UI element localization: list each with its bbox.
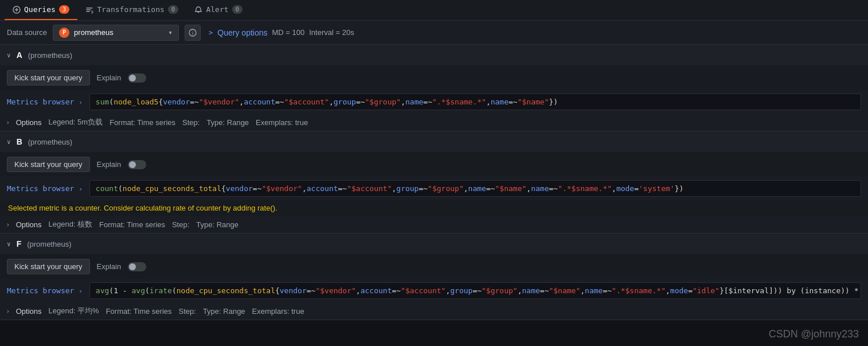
query-b-legend: Legend: 核数 <box>48 219 92 230</box>
query-f-exemplars: Exemplars: true <box>252 307 304 316</box>
query-a-format: Format: Time series <box>110 118 175 127</box>
query-options-expand-icon[interactable]: > <box>209 29 213 37</box>
query-b-code[interactable]: count(node_cpu_seconds_total{vendor=~"$v… <box>89 180 861 197</box>
query-f-collapse-icon[interactable]: ∨ <box>7 240 11 248</box>
query-f-code[interactable]: avg(1 - avg(irate(node_cpu_seconds_total… <box>89 282 861 299</box>
tab-queries-label: Queries <box>24 5 56 14</box>
query-f-type: Type: Range <box>203 307 245 316</box>
query-b-kick-row: Kick start your query Explain <box>0 152 868 177</box>
query-options-link[interactable]: Query options <box>217 28 267 37</box>
query-b-explain-toggle[interactable] <box>128 160 146 169</box>
query-f-options-expand-icon[interactable]: › <box>7 308 9 314</box>
query-f-options-label[interactable]: Options <box>16 307 42 316</box>
query-b-options-label[interactable]: Options <box>16 220 42 229</box>
query-f-explain-toggle[interactable] <box>128 262 146 271</box>
query-a-legend: Legend: 5m负载 <box>48 117 103 127</box>
info-icon: i <box>189 29 197 37</box>
query-a-metrics-link[interactable]: Metrics browser › <box>7 98 83 106</box>
query-md: MD = 100 <box>272 28 305 37</box>
alert-icon <box>194 6 202 14</box>
query-a-kick-button[interactable]: Kick start your query <box>7 70 90 85</box>
query-f-step: Step: <box>179 307 196 316</box>
query-section-a: ∨ A (prometheus) Kick start your query E… <box>0 45 868 131</box>
metrics-f-chevron-icon: › <box>79 287 83 295</box>
query-f-source: (prometheus) <box>27 240 71 248</box>
query-f-explain-label: Explain <box>97 262 122 271</box>
query-b-type: Type: Range <box>196 220 238 229</box>
query-f-letter: F <box>17 239 22 248</box>
query-f-avg1: avg <box>96 286 109 295</box>
datasource-select[interactable]: P prometheus ▾ <box>53 25 179 41</box>
query-b-step: Step: <box>172 220 189 229</box>
query-b-collapse-icon[interactable]: ∨ <box>7 138 11 146</box>
query-a-source: (prometheus) <box>28 51 72 60</box>
query-f-options-row: › Options Legend: 平均% Format: Time serie… <box>0 302 868 320</box>
query-a-options-row: › Options Legend: 5m负载 Format: Time seri… <box>0 114 868 131</box>
tab-transformations[interactable]: Transformations 0 <box>77 0 186 20</box>
datasource-info-button[interactable]: i <box>185 25 201 41</box>
query-b-metrics-link[interactable]: Metrics browser › <box>7 184 83 193</box>
query-b-metrics-row: Metrics browser › count(node_cpu_seconds… <box>0 177 868 200</box>
query-a-kick-row: Kick start your query Explain <box>0 65 868 90</box>
tab-alert-badge: 0 <box>232 5 243 14</box>
tab-transformations-label: Transformations <box>97 5 164 14</box>
query-header-b: ∨ B (prometheus) <box>0 131 868 152</box>
query-f-avg2: avg <box>131 286 144 295</box>
query-a-explain-label: Explain <box>97 73 122 82</box>
query-f-metrics-row: Metrics browser › avg(1 - avg(irate(node… <box>0 279 868 302</box>
query-header-a: ∨ A (prometheus) <box>0 45 868 65</box>
query-b-options-row: › Options Legend: 核数 Format: Time series… <box>0 216 868 233</box>
query-b-source: (prometheus) <box>28 138 72 146</box>
query-f-irate: irate <box>150 286 172 295</box>
query-a-options-label[interactable]: Options <box>16 118 42 127</box>
query-a-explain-toggle[interactable] <box>128 73 146 83</box>
query-a-step: Step: <box>182 118 200 127</box>
tab-alert[interactable]: Alert 0 <box>186 0 251 20</box>
watermark: CSDN @johnny233 <box>769 328 859 340</box>
prometheus-icon: P <box>59 28 69 38</box>
query-a-code[interactable]: sum(node_load5{vendor=~"$vendor",account… <box>89 94 861 110</box>
query-f-kick-row: Kick start your query Explain <box>0 254 868 279</box>
queries-icon <box>13 6 21 14</box>
query-f-kick-button[interactable]: Kick start your query <box>7 259 90 274</box>
tab-queries-badge: 3 <box>59 5 70 14</box>
query-header-f: ∨ F (prometheus) <box>0 234 868 254</box>
tab-bar: Queries 3 Transformations 0 Alert 0 <box>0 0 868 21</box>
query-f-format: Format: Time series <box>106 307 172 316</box>
query-a-func: sum <box>96 98 109 106</box>
query-b-func: count <box>96 184 118 193</box>
query-interval: Interval = 20s <box>309 28 354 37</box>
transformations-icon <box>85 6 93 14</box>
query-a-options-expand-icon[interactable]: › <box>7 119 9 126</box>
datasource-bar: Data source P prometheus ▾ i > Query opt… <box>0 21 868 45</box>
datasource-chevron-icon: ▾ <box>168 28 173 37</box>
query-a-exemplars: Exemplars: true <box>256 118 308 127</box>
metrics-b-chevron-icon: › <box>79 185 83 193</box>
query-section-b: ∨ B (prometheus) Kick start your query E… <box>0 131 868 234</box>
query-b-format: Format: Time series <box>99 220 165 229</box>
query-a-type: Type: Range <box>206 118 249 127</box>
query-a-letter: A <box>17 50 22 60</box>
query-f-metrics-link[interactable]: Metrics browser › <box>7 286 83 295</box>
datasource-name: prometheus <box>74 28 114 37</box>
datasource-label: Data source <box>7 28 47 37</box>
query-b-options-expand-icon[interactable]: › <box>7 221 9 228</box>
query-b-explain-label: Explain <box>97 160 122 169</box>
query-section-f: ∨ F (prometheus) Kick start your query E… <box>0 234 868 320</box>
query-a-collapse-icon[interactable]: ∨ <box>7 52 11 59</box>
tab-queries[interactable]: Queries 3 <box>5 0 77 20</box>
query-b-letter: B <box>17 137 22 146</box>
metrics-a-chevron-icon: › <box>79 99 83 106</box>
query-b-warning: Selected metric is a counter. Consider c… <box>0 200 868 216</box>
tab-alert-label: Alert <box>206 5 228 14</box>
query-b-kick-button[interactable]: Kick start your query <box>7 157 90 172</box>
svg-text:i: i <box>192 30 193 36</box>
query-f-legend: Legend: 平均% <box>48 306 99 316</box>
tab-transformations-badge: 0 <box>168 5 179 14</box>
query-a-metrics-row: Metrics browser › sum(node_load5{vendor=… <box>0 90 868 114</box>
query-options-area: > Query options MD = 100 Interval = 20s <box>209 28 354 37</box>
